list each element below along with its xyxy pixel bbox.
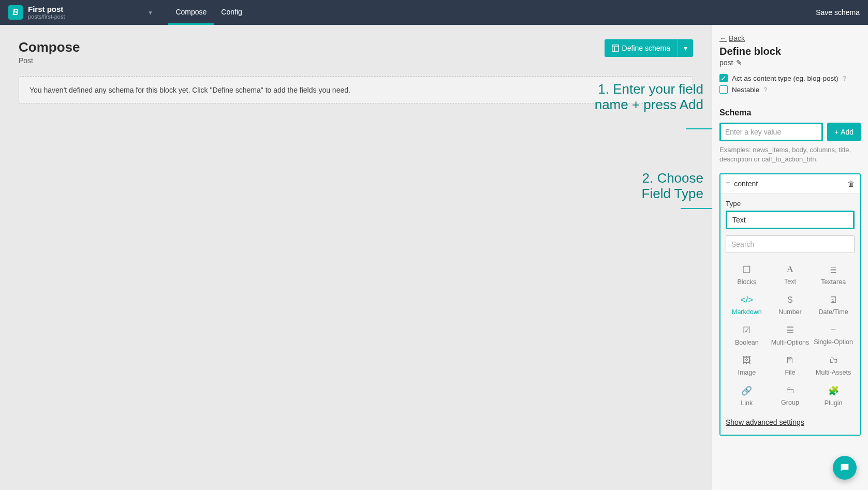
type-option-plugin[interactable]: 🧩Plugin [812,381,855,411]
type-option-markdown[interactable]: </>Markdown [726,291,768,320]
type-search-input[interactable] [726,235,855,253]
arrow-left-icon: ← [719,34,727,42]
type-option-label: Boolean [735,339,759,346]
tab-config[interactable]: Config [214,0,249,25]
plus-icon: + [834,128,838,136]
main-pane: Compose Post Define schema ▾ You haven't… [0,25,712,490]
type-label: Type [726,200,855,207]
block-name: post [719,58,733,67]
type-option-blocks[interactable]: ❒Blocks [726,260,768,290]
type-option-textarea[interactable]: ≣Textarea [812,260,855,290]
compose-subheading: Post [19,56,80,65]
add-button[interactable]: + Add [827,123,861,141]
text-icon: A [787,264,793,275]
add-button-label: Add [841,128,854,136]
topbar: B First post posts/first-post ▼ Compose … [0,0,868,25]
svg-rect-0 [612,45,618,51]
schema-key-input[interactable] [719,123,823,141]
type-option-label: Single-Option [814,338,853,346]
define-schema-caret[interactable]: ▾ [678,39,693,57]
help-icon[interactable]: ? [763,86,767,94]
multi-options-icon: ☰ [786,325,794,336]
type-option-label: Blocks [737,278,756,286]
type-option-text[interactable]: AText [769,260,812,290]
schema-examples: Examples: news_items, body, columns, tit… [719,145,861,164]
back-link-label: Back [729,34,745,42]
multi-assets-icon: 🗂 [829,355,838,366]
type-option-label: Multi-Assets [816,369,851,376]
checkbox-nestable[interactable]: Nestable ? [719,85,861,94]
type-option-label: Number [778,308,801,316]
type-select[interactable]: Text [726,211,855,229]
textarea-icon: ≣ [830,264,837,275]
field-card: ≡ content 🗑 Type Text ❒BlocksAText≣Texta… [719,173,861,436]
code-icon: </> [741,295,754,305]
type-option-label: Link [741,399,753,407]
type-option-multi-options[interactable]: ☰Multi-Options [769,321,812,350]
type-option-label: Image [738,369,756,376]
page-title-wrap: First post posts/first-post [28,5,65,20]
type-option-label: File [785,369,795,376]
type-option-label: Group [781,399,799,406]
file-icon: 🗎 [786,355,795,366]
back-link[interactable]: ← Back [719,34,745,42]
edit-icon[interactable]: ✎ [736,58,742,67]
checkbox-nestable-box[interactable] [719,85,728,94]
main-tabs: Compose Config [168,0,249,25]
cube-icon: ❒ [743,264,751,275]
compose-heading: Compose [19,39,80,55]
checkbox-content-type-box[interactable]: ✓ [719,74,728,82]
block-name-row: post ✎ [719,58,861,67]
number-icon: $ [788,295,792,305]
help-icon[interactable]: ? [843,75,846,82]
checkbox-nestable-label: Nestable [732,86,759,94]
annotation-step2: 2. Choose Field Type [621,171,703,202]
define-schema-button[interactable]: Define schema [605,39,678,57]
type-option-image[interactable]: 🖼Image [726,351,768,380]
type-option-label: Text [784,278,796,285]
single-option-icon: − [831,325,836,335]
type-option-multi-assets[interactable]: 🗂Multi-Assets [812,351,855,380]
page-dropdown[interactable]: ▼ [148,10,153,16]
image-icon: 🖼 [742,355,751,366]
define-block-heading: Define block [719,46,861,57]
type-option-number[interactable]: $Number [769,291,812,320]
page-title: First post [28,5,65,14]
chat-icon [839,462,850,473]
type-grid: ❒BlocksAText≣Textarea</>Markdown$Number🗓… [726,260,855,411]
type-option-link[interactable]: 🔗Link [726,381,768,411]
type-option-label: Markdown [732,308,762,316]
app-logo[interactable]: B [8,5,23,20]
calendar-icon: 🗓 [829,295,838,305]
trash-icon[interactable]: 🗑 [847,180,855,188]
schema-section-label: Schema [719,108,861,117]
field-card-header: ≡ content 🗑 [720,174,860,194]
checkbox-content-type-label: Act as content type (eg. blog-post) [732,75,838,82]
tab-compose[interactable]: Compose [168,0,214,25]
field-card-body: Type Text ❒BlocksAText≣Textarea</>Markdo… [720,194,860,435]
drag-icon[interactable]: ≡ [726,180,730,188]
layout-icon [612,44,619,52]
boolean-icon: ☑ [743,325,751,336]
save-schema-button[interactable]: Save schema [816,8,860,17]
define-schema-group: Define schema ▾ [605,39,693,57]
folder-icon: 🗀 [786,385,795,396]
sidebar: ← Back Define block post ✎ ✓ Act as cont… [712,25,868,490]
type-option-label: Plugin [825,399,843,407]
type-option-single-option[interactable]: −Single-Option [812,321,855,350]
checkbox-content-type[interactable]: ✓ Act as content type (eg. blog-post) ? [719,74,861,82]
define-schema-label: Define schema [622,44,670,52]
type-option-date-time[interactable]: 🗓Date/Time [812,291,855,320]
type-option-group[interactable]: 🗀Group [769,381,812,411]
chat-fab[interactable] [833,456,857,480]
page-subtitle: posts/first-post [28,13,65,20]
link-icon: 🔗 [741,385,752,396]
plugin-icon: 🧩 [828,385,839,396]
type-option-label: Multi-Options [771,339,810,346]
type-option-boolean[interactable]: ☑Boolean [726,321,768,350]
type-option-file[interactable]: 🗎File [769,351,812,380]
type-option-label: Textarea [821,278,846,286]
advanced-settings-link[interactable]: Show advanced settings [726,418,804,426]
empty-schema-message: You haven't defined any schema for this … [19,76,693,104]
field-name: content [734,180,758,188]
